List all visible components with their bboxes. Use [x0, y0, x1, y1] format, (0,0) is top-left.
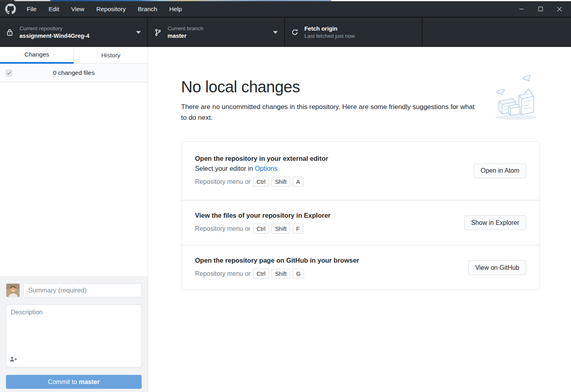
- kbd-key: Shift: [271, 224, 290, 234]
- menu-item-repository[interactable]: Repository: [90, 1, 132, 17]
- menu-item-edit[interactable]: Edit: [43, 1, 65, 17]
- view-on-github-button[interactable]: View on GitHub: [468, 260, 526, 275]
- kbd-key: Shift: [271, 269, 290, 279]
- commit-form: Commit to master: [0, 277, 148, 392]
- current-repository-label: Current repository: [19, 26, 90, 31]
- sidebar-tabs: Changes History: [0, 47, 148, 64]
- menu-item-file[interactable]: File: [21, 1, 43, 17]
- card-title: Open the repository page on GitHub in yo…: [195, 257, 468, 264]
- kbd-key: Ctrl: [253, 224, 269, 234]
- card-title: View the files of your repository in Exp…: [195, 212, 464, 219]
- changed-files-label: 0 changed files: [53, 69, 94, 76]
- menu-bar: File Edit View Repository Branch Help: [0, 1, 571, 17]
- kbd-key: G: [292, 269, 304, 279]
- shortcut-label: Repository menu or: [195, 225, 251, 232]
- description-box: [6, 304, 142, 367]
- toolbar-empty-area: [423, 18, 571, 47]
- paper-stack-illustration: [493, 73, 542, 123]
- tab-changes[interactable]: Changes: [0, 47, 74, 64]
- window-controls: [512, 1, 569, 17]
- github-desktop-window: File Edit View Repository Branch Help: [0, 0, 571, 392]
- kbd-key: F: [292, 224, 303, 234]
- commit-button[interactable]: Commit to master: [6, 375, 142, 389]
- menu-item-view[interactable]: View: [65, 1, 90, 17]
- open-in-atom-button[interactable]: Open in Atom: [474, 164, 526, 178]
- changes-list-empty: [0, 82, 148, 277]
- shortcut-label: Repository menu or: [195, 270, 251, 277]
- repository-toolbar: Current repository assignment-Wind4Greg-…: [0, 17, 571, 47]
- fetch-origin-status: Last fetched just now: [304, 33, 355, 39]
- sync-icon: [291, 29, 299, 36]
- fetch-origin-button[interactable]: Fetch origin Last fetched just now: [285, 18, 423, 47]
- changed-files-checkbox[interactable]: [6, 70, 12, 76]
- summary-input[interactable]: [23, 283, 142, 297]
- kbd-key: Ctrl: [253, 269, 269, 279]
- minimize-icon: [519, 6, 524, 12]
- page-subtitle: There are no uncommitted changes in this…: [181, 101, 479, 123]
- kbd-key: Ctrl: [253, 177, 269, 187]
- suggestion-card-github: Open the repository page on GitHub in yo…: [181, 245, 540, 290]
- options-link[interactable]: Options: [255, 165, 277, 172]
- close-icon: [557, 6, 562, 12]
- changed-files-row: 0 changed files: [0, 64, 148, 82]
- main-content: No local changes There are no uncommitte…: [148, 47, 571, 392]
- menu-item-help[interactable]: Help: [163, 1, 188, 17]
- kbd-key: Shift: [271, 177, 290, 187]
- suggestion-card-editor: Open the repository in your external edi…: [181, 142, 540, 200]
- menu-item-branch[interactable]: Branch: [132, 1, 163, 17]
- card-shortcut: Repository menu or Ctrl Shift F: [195, 224, 464, 234]
- shortcut-label: Repository menu or: [195, 178, 251, 185]
- description-textarea[interactable]: [6, 305, 141, 353]
- checkmark-icon: [7, 71, 11, 75]
- person-add-icon[interactable]: [10, 356, 17, 363]
- kbd-key: A: [292, 177, 304, 187]
- current-branch-button[interactable]: Current branch master: [148, 18, 285, 47]
- current-branch-value: master: [168, 33, 203, 39]
- minimize-button[interactable]: [512, 1, 531, 17]
- current-repository-button[interactable]: Current repository assignment-Wind4Greg-…: [0, 18, 148, 47]
- show-in-explorer-button[interactable]: Show in Explorer: [464, 215, 526, 230]
- suggestion-card-explorer: View the files of your repository in Exp…: [181, 200, 540, 245]
- sidebar: Changes History 0 changed files: [0, 47, 148, 392]
- maximize-icon: [538, 6, 543, 12]
- card-shortcut: Repository menu or Ctrl Shift A: [195, 177, 474, 187]
- suggestion-cards: Open the repository in your external edi…: [181, 141, 540, 290]
- close-button[interactable]: [550, 1, 569, 17]
- commit-button-prefix: Commit to: [48, 378, 79, 385]
- current-repository-value: assignment-Wind4Greg-4: [19, 33, 90, 39]
- chevron-down-icon: [136, 31, 141, 34]
- card-title: Open the repository in your external edi…: [195, 155, 474, 162]
- avatar: [6, 283, 20, 297]
- commit-button-branch: master: [79, 378, 99, 385]
- git-branch-icon: [154, 29, 162, 36]
- card-hint: Select your editor in Options: [195, 165, 474, 172]
- lock-icon: [6, 28, 14, 37]
- app-menu: File Edit View Repository Branch Help: [21, 1, 188, 17]
- github-mark-icon: [5, 4, 16, 14]
- card-shortcut: Repository menu or Ctrl Shift G: [195, 269, 468, 279]
- maximize-button[interactable]: [531, 1, 550, 17]
- chevron-down-icon: [273, 31, 278, 34]
- card-hint-text: Select your editor in: [195, 165, 255, 172]
- tab-history[interactable]: History: [74, 47, 148, 64]
- current-branch-label: Current branch: [168, 26, 203, 31]
- fetch-origin-title: Fetch origin: [304, 26, 355, 32]
